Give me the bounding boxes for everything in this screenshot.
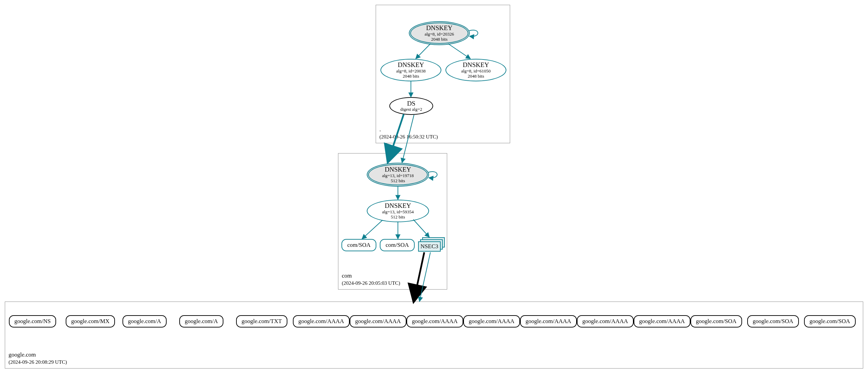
rrset-label-9: google.com/AAAA bbox=[526, 318, 571, 325]
rrset-12[interactable]: google.com/SOA bbox=[690, 315, 742, 328]
node-root-zsk2-alg: alg=8, id=61050 bbox=[461, 69, 491, 74]
zone-google-timestamp: (2024-09-26 20:08:29 UTC) bbox=[9, 359, 67, 366]
node-root-zsk1-alg: alg=8, id=20038 bbox=[396, 69, 426, 74]
zone-google-name: google.com bbox=[9, 351, 67, 359]
node-root-zsk2[interactable]: DNSKEY alg=8, id=61050 2048 bits bbox=[445, 59, 506, 81]
node-com-zsk-bits: 512 bits bbox=[391, 215, 405, 220]
zone-com-label: com (2024-09-26 20:05:03 UTC) bbox=[342, 272, 400, 286]
node-com-soa2-label: com/SOA bbox=[386, 242, 409, 249]
rrset-label-8: google.com/AAAA bbox=[469, 318, 515, 325]
node-root-ksk-alg: alg=8, id=20326 bbox=[425, 32, 454, 37]
rrset-2[interactable]: google.com/A bbox=[122, 315, 167, 328]
node-root-ds[interactable]: DS digest alg=2 bbox=[389, 97, 433, 115]
node-com-ksk-title: DNSKEY bbox=[385, 166, 411, 173]
rrset-label-2: google.com/A bbox=[128, 318, 161, 325]
node-com-soa1-label: com/SOA bbox=[347, 242, 371, 249]
rrset-label-13: google.com/SOA bbox=[753, 318, 793, 325]
node-root-zsk2-bits: 2048 bits bbox=[468, 74, 484, 79]
node-nsec3[interactable]: NSEC3 bbox=[418, 237, 445, 252]
node-com-zsk[interactable]: DNSKEY alg=13, id=59354 512 bits bbox=[367, 200, 429, 222]
rrset-label-5: google.com/AAAA bbox=[298, 318, 344, 325]
rrset-label-14: google.com/SOA bbox=[809, 318, 850, 325]
rrset-13[interactable]: google.com/SOA bbox=[747, 315, 799, 328]
rrset-label-7: google.com/AAAA bbox=[412, 318, 458, 325]
node-root-ksk-title: DNSKEY bbox=[426, 24, 452, 32]
node-com-zsk-alg: alg=13, id=59354 bbox=[382, 210, 414, 215]
rrset-6[interactable]: google.com/AAAA bbox=[350, 315, 406, 328]
node-root-zsk1[interactable]: DNSKEY alg=8, id=20038 2048 bits bbox=[380, 59, 441, 81]
rrset-5[interactable]: google.com/AAAA bbox=[293, 315, 350, 328]
rrset-10[interactable]: google.com/AAAA bbox=[577, 315, 634, 328]
rrset-label-3: google.com/A bbox=[185, 318, 218, 325]
rrset-9[interactable]: google.com/AAAA bbox=[520, 315, 577, 328]
node-com-soa1[interactable]: com/SOA bbox=[341, 239, 376, 251]
node-root-ds-title: DS bbox=[407, 100, 415, 107]
zone-google: google.com (2024-09-26 20:08:29 UTC) bbox=[5, 302, 863, 369]
node-root-zsk1-title: DNSKEY bbox=[398, 61, 424, 69]
node-root-zsk2-title: DNSKEY bbox=[463, 61, 489, 69]
rrset-label-6: google.com/AAAA bbox=[355, 318, 401, 325]
rrset-label-10: google.com/AAAA bbox=[582, 318, 628, 325]
rrset-14[interactable]: google.com/SOA bbox=[804, 315, 856, 328]
node-root-ksk[interactable]: DNSKEY alg=8, id=20326 2048 bits bbox=[409, 21, 470, 45]
zone-google-label: google.com (2024-09-26 20:08:29 UTC) bbox=[9, 351, 67, 365]
rrset-label-12: google.com/SOA bbox=[696, 318, 737, 325]
rrset-label-1: google.com/MX bbox=[71, 318, 109, 325]
rrset-3[interactable]: google.com/A bbox=[179, 315, 223, 328]
node-nsec3-label: NSEC3 bbox=[420, 243, 438, 250]
zone-root-name: . bbox=[379, 126, 438, 133]
node-com-ksk-alg: alg=13, id=19718 bbox=[382, 173, 414, 178]
rrset-0[interactable]: google.com/NS bbox=[9, 315, 56, 328]
rrset-label-11: google.com/AAAA bbox=[639, 318, 685, 325]
zone-root-label: . (2024-09-26 16:50:32 UTC) bbox=[379, 126, 438, 140]
node-com-ksk[interactable]: DNSKEY alg=13, id=19718 512 bits bbox=[367, 163, 429, 187]
node-root-zsk1-bits: 2048 bits bbox=[403, 74, 419, 79]
rrset-1[interactable]: google.com/MX bbox=[66, 315, 115, 328]
node-com-ksk-bits: 512 bits bbox=[391, 178, 405, 184]
zone-com-timestamp: (2024-09-26 20:05:03 UTC) bbox=[342, 280, 400, 287]
zone-com-name: com bbox=[342, 272, 400, 280]
rrset-label-4: google.com/TXT bbox=[242, 318, 282, 325]
rrset-4[interactable]: google.com/TXT bbox=[236, 315, 287, 328]
node-root-ksk-bits: 2048 bits bbox=[431, 37, 448, 42]
rrset-7[interactable]: google.com/AAAA bbox=[406, 315, 463, 328]
node-com-soa2[interactable]: com/SOA bbox=[380, 239, 415, 251]
rrset-11[interactable]: google.com/AAAA bbox=[634, 315, 690, 328]
rrset-8[interactable]: google.com/AAAA bbox=[463, 315, 520, 328]
node-root-ds-digest: digest alg=2 bbox=[400, 107, 422, 112]
node-com-zsk-title: DNSKEY bbox=[385, 202, 411, 210]
zone-root-timestamp: (2024-09-26 16:50:32 UTC) bbox=[379, 134, 438, 141]
rrset-label-0: google.com/NS bbox=[14, 318, 51, 325]
